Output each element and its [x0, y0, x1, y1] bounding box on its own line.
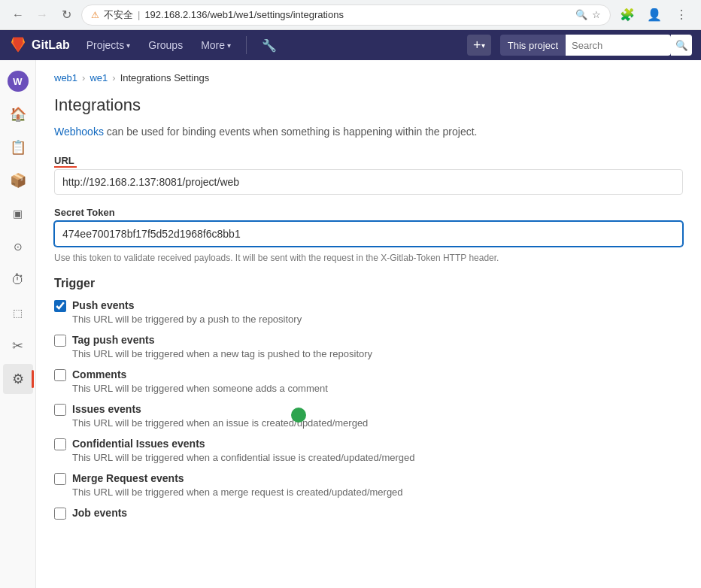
scissors-icon: ✂ — [12, 338, 23, 354]
trigger-desc-comments: This URL will be triggered when someone … — [72, 383, 683, 394]
sidebar-item-settings[interactable]: ⚙ — [3, 364, 33, 394]
checkbox-issues_events[interactable] — [54, 404, 66, 416]
sidebar-item-avatar[interactable]: W — [3, 66, 33, 96]
checkbox-comments[interactable] — [54, 369, 66, 381]
sidebar-item-home[interactable]: 🏠 — [3, 99, 33, 129]
activity-icon: 📋 — [10, 139, 26, 156]
breadcrumb-we1[interactable]: we1 — [90, 72, 108, 83]
trigger-job_events: Job events — [54, 507, 683, 520]
issues-icon: ⬚ — [13, 307, 23, 319]
address-bar[interactable]: ⚠ 不安全 | 192.168.2.136/web1/we1/settings/… — [81, 5, 611, 26]
left-sidebar: W 🏠 📋 📦 ▣ ⊙ ⏱ ⬚ ✂ ⚙ — [0, 60, 36, 588]
trigger-issues_events: Issues eventsThis URL will be triggered … — [54, 403, 683, 429]
nav-projects[interactable]: Projects ▾ — [79, 35, 138, 56]
chevron-down-icon: ▾ — [126, 41, 130, 50]
menu-btn[interactable]: ⋮ — [671, 5, 692, 26]
avatar: W — [8, 71, 29, 92]
trigger-comments: CommentsThis URL will be triggered when … — [54, 368, 683, 394]
trigger-title-issues_events: Issues events — [72, 403, 141, 415]
trigger-title-merge_request_events: Merge Request events — [72, 472, 184, 484]
main-content: web1 › we1 › Integrations Settings Integ… — [36, 60, 701, 588]
secret-token-label: Secret Token — [54, 207, 683, 218]
trigger-title-job_events: Job events — [72, 507, 127, 519]
sidebar-item-issues[interactable]: ⬚ — [3, 298, 33, 328]
nav-search-input[interactable] — [566, 35, 671, 56]
secret-token-form-group: Secret Token Use this token to validate … — [54, 207, 683, 265]
sidebar-item-todos[interactable]: ⏱ — [3, 265, 33, 295]
back-button[interactable]: ← — [9, 6, 27, 24]
nav-search-icon-button[interactable]: 🔍 — [671, 35, 692, 56]
nav-groups[interactable]: Groups — [141, 35, 190, 56]
url-label: URL — [54, 155, 683, 166]
security-icon: ⚠ — [91, 10, 99, 20]
description-text: can be used for binding events when some… — [104, 126, 478, 138]
gitlab-logo-text: GitLab — [32, 38, 70, 52]
trigger-tag_push_events: Tag push eventsThis URL will be triggere… — [54, 334, 683, 359]
trigger-title-comments: Comments — [72, 368, 126, 380]
breadcrumb-sep-1: › — [82, 72, 85, 83]
breadcrumb-web1[interactable]: web1 — [54, 72, 77, 83]
trigger-label-job_events[interactable]: Job events — [54, 507, 683, 520]
trigger-label-tag_push_events[interactable]: Tag push events — [54, 334, 683, 347]
gitlab-logo[interactable]: GitLab — [9, 36, 70, 54]
extensions-icon-btn[interactable]: 🧩 — [617, 5, 638, 26]
breadcrumb-sep-2: › — [112, 72, 115, 83]
sidebar-item-packages[interactable]: 📦 — [3, 165, 33, 195]
nav-more[interactable]: More ▾ — [193, 35, 238, 56]
trigger-title-confidential_issues_events: Confidential Issues events — [72, 438, 205, 450]
trigger-label-confidential_issues_events[interactable]: Confidential Issues events — [54, 438, 683, 450]
chevron-down-icon-more: ▾ — [227, 41, 231, 50]
trigger-label-push_events[interactable]: Push events — [54, 299, 683, 312]
webhooks-link[interactable]: Webhooks — [54, 126, 104, 138]
home-icon: 🏠 — [10, 106, 26, 123]
profile-icon-btn[interactable]: 👤 — [644, 5, 665, 26]
sidebar-item-snippets[interactable]: ▣ — [3, 199, 33, 229]
trigger-desc-confidential_issues_events: This URL will be triggered when a confid… — [72, 452, 683, 463]
trigger-checkboxes: Push eventsThis URL will be triggered by… — [54, 299, 683, 520]
trigger-section: Trigger Push eventsThis URL will be trig… — [54, 277, 683, 520]
secret-token-input[interactable] — [54, 221, 683, 247]
trigger-label-comments[interactable]: Comments — [54, 368, 683, 381]
this-project-button[interactable]: This project — [500, 35, 566, 56]
checkbox-confidential_issues_events[interactable] — [54, 438, 66, 450]
security-text: 不安全 — [104, 8, 133, 22]
breadcrumb: web1 › we1 › Integrations Settings — [54, 72, 683, 83]
nav-separator — [246, 36, 247, 54]
checkbox-tag_push_events[interactable] — [54, 335, 66, 347]
reload-button[interactable]: ↻ — [57, 6, 75, 24]
checkbox-merge_request_events[interactable] — [54, 473, 66, 485]
page-description: Webhooks can be used for binding events … — [54, 124, 683, 140]
url-form-group: URL — [54, 155, 683, 195]
nav-plus-button[interactable]: + ▾ — [467, 35, 491, 56]
url-input[interactable] — [54, 169, 683, 195]
checkbox-push_events[interactable] — [54, 300, 66, 312]
trigger-desc-push_events: This URL will be triggered by a push to … — [72, 314, 683, 325]
forward-button[interactable]: → — [33, 6, 51, 24]
breadcrumb-current: Integrations Settings — [120, 72, 210, 83]
checkbox-job_events[interactable] — [54, 508, 66, 520]
trigger-desc-issues_events: This URL will be triggered when an issue… — [72, 417, 683, 429]
trigger-merge_request_events: Merge Request eventsThis URL will be tri… — [54, 472, 683, 498]
sidebar-item-merge-requests[interactable]: ⊙ — [3, 232, 33, 262]
trigger-title-tag_push_events: Tag push events — [72, 334, 154, 346]
trigger-title: Trigger — [54, 277, 683, 290]
trigger-label-merge_request_events[interactable]: Merge Request events — [54, 472, 683, 485]
page-title: Integrations — [54, 95, 683, 115]
sidebar-item-activity[interactable]: 📋 — [3, 132, 33, 162]
browser-actions: 🧩 👤 ⋮ — [617, 5, 692, 26]
sidebar-item-scissors[interactable]: ✂ — [3, 331, 33, 361]
secret-token-help: Use this token to validate received payl… — [54, 251, 683, 265]
address-separator: | — [138, 9, 140, 20]
search-icon: 🔍 — [575, 9, 587, 20]
nav-search-group: This project 🔍 — [500, 35, 692, 56]
gitlab-navbar: GitLab Projects ▾ Groups More ▾ 🔧 + ▾ Th… — [0, 30, 701, 60]
nav-wrench-icon[interactable]: 🔧 — [254, 34, 284, 57]
settings-icon: ⚙ — [12, 371, 24, 387]
snippets-icon: ▣ — [13, 208, 23, 220]
trigger-confidential_issues_events: Confidential Issues eventsThis URL will … — [54, 438, 683, 463]
page-layout: W 🏠 📋 📦 ▣ ⊙ ⏱ ⬚ ✂ ⚙ w — [0, 60, 701, 588]
clock-icon: ⏱ — [11, 272, 25, 288]
trigger-label-issues_events[interactable]: Issues events — [54, 403, 683, 416]
address-text: 192.168.2.136/web1/we1/settings/integrat… — [144, 9, 571, 20]
browser-chrome: ← → ↻ ⚠ 不安全 | 192.168.2.136/web1/we1/set… — [0, 0, 701, 30]
